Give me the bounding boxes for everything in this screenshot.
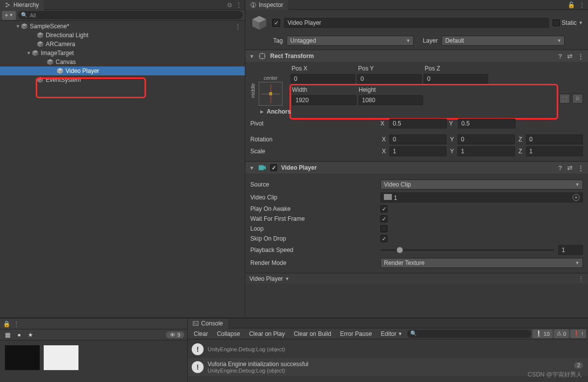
warn-count-badge[interactable]: ⚠0 <box>554 329 569 338</box>
hierarchy-icon <box>5 2 11 8</box>
video-player-bottom-tab[interactable]: Video Player ▼ ⋮ <box>245 273 588 284</box>
lock-icon[interactable]: 🔒 <box>3 320 10 327</box>
console-search-input[interactable]: 🔍 <box>407 330 531 338</box>
scene-row[interactable]: ▼ SampleScene* ⋮ <box>0 22 245 31</box>
inspector-tab[interactable]: Inspector <box>245 0 288 10</box>
tag-label: Tag <box>273 37 283 44</box>
pivot-x-input[interactable]: 0.5 <box>389 119 447 128</box>
error-pause-button[interactable]: Error Pause <box>336 329 376 338</box>
hierarchy-search-input[interactable]: 🔍 All <box>18 11 243 19</box>
static-dropdown-arrow[interactable]: ▼ <box>579 20 583 25</box>
scene-menu-icon[interactable]: ⋮ <box>234 22 242 30</box>
gameobject-name-input[interactable]: Video Player <box>284 18 549 28</box>
scale-x-input[interactable]: 1 <box>389 146 446 156</box>
help-icon[interactable]: ? <box>558 53 562 60</box>
rot-y-input[interactable]: 0 <box>457 134 514 144</box>
error-icon: ❗ <box>573 330 580 337</box>
context-menu-icon[interactable]: ⋮ <box>578 275 584 282</box>
scale-y-input[interactable]: 1 <box>457 146 514 156</box>
rot-x-input[interactable]: 0 <box>389 134 446 144</box>
tree-item-eventsystem[interactable]: EventSystem <box>0 75 245 84</box>
posy-input[interactable]: 0 <box>357 74 422 84</box>
render-mode-dropdown[interactable]: Render Texture▼ <box>380 258 583 268</box>
error-count-badge[interactable]: ❗! <box>570 329 586 338</box>
popout-icon[interactable]: ⧉ <box>227 1 232 8</box>
raw-edit-button[interactable]: R <box>572 94 583 104</box>
posx-input[interactable]: 0 <box>291 74 355 84</box>
context-menu-icon[interactable]: ⋮ <box>579 1 585 8</box>
svg-rect-27 <box>259 165 264 170</box>
scale-z-input[interactable]: 1 <box>526 146 583 156</box>
play-on-awake-checkbox[interactable]: ✓ <box>380 205 387 212</box>
gameobject-icon[interactable] <box>250 14 268 32</box>
rect-transform-icon <box>258 52 266 60</box>
asset-thumbnail[interactable] <box>5 345 40 370</box>
clear-on-play-button[interactable]: Clear on Play <box>245 329 289 338</box>
layer-dropdown[interactable]: Default▼ <box>441 36 565 46</box>
tree-item-directional-light[interactable]: Directional Light <box>0 31 245 40</box>
clear-on-build-button[interactable]: Clear on Build <box>290 329 335 338</box>
help-icon[interactable]: ? <box>558 164 562 172</box>
pivot-y-input[interactable]: 0.5 <box>458 119 515 128</box>
video-player-header[interactable]: ▼ ✓ Video Player ? ⇄ ⋮ <box>245 162 588 174</box>
hidden-count-badge[interactable]: 👁 9 <box>166 331 184 338</box>
inspector-icon <box>250 2 256 8</box>
blueprint-mode-button[interactable]: ⛶ <box>559 94 570 104</box>
video-clip-field[interactable]: 1 <box>380 192 583 202</box>
skip-on-drop-checkbox[interactable]: ✓ <box>380 235 387 242</box>
pivot-label: Pivot <box>250 120 378 127</box>
tree-item-canvas[interactable]: Canvas <box>0 58 245 66</box>
inspector-tab-label: Inspector <box>259 1 283 8</box>
skip-on-drop-label: Skip On Drop <box>250 235 378 242</box>
toolbar-button[interactable]: ▦ <box>3 330 12 339</box>
lock-icon[interactable]: 🔓 <box>568 1 575 8</box>
anchor-preset-button[interactable]: center <box>256 75 286 107</box>
playback-speed-slider[interactable] <box>380 249 554 251</box>
cube-icon <box>32 50 39 57</box>
rect-transform-header[interactable]: ▼ Rect Transform ? ⇄ ⋮ <box>245 50 588 62</box>
loop-checkbox[interactable] <box>380 225 387 232</box>
tree-item-imagetarget[interactable]: ▼ ImageTarget <box>0 49 245 58</box>
source-dropdown[interactable]: Video Clip▼ <box>380 180 583 190</box>
tree-item-arcamera[interactable]: ARCamera <box>0 40 245 49</box>
warning-icon: ⚠ <box>557 330 562 337</box>
hierarchy-tab[interactable]: Hierarchy <box>0 0 44 10</box>
console-tab[interactable]: Console <box>188 318 228 328</box>
static-checkbox[interactable] <box>553 19 560 26</box>
rotation-label: Rotation <box>250 136 378 143</box>
editor-dropdown[interactable]: Editor ▼ <box>377 329 406 338</box>
create-button[interactable]: + ▼ <box>2 11 16 20</box>
info-count-badge[interactable]: ❕10 <box>532 329 553 338</box>
play-on-awake-label: Play On Awake <box>250 205 378 212</box>
unity-icon <box>21 23 28 30</box>
context-menu-icon[interactable]: ⋮ <box>13 320 19 327</box>
preset-icon[interactable]: ⇄ <box>567 53 573 60</box>
height-input[interactable]: 1080 <box>359 95 423 105</box>
console-entry[interactable]: ! UnityEngine.Debug:Log (object) <box>188 340 588 358</box>
object-picker-icon[interactable] <box>573 194 580 201</box>
posz-input[interactable]: 0 <box>424 74 488 84</box>
toolbar-button[interactable]: ★ <box>26 330 35 339</box>
rot-z-input[interactable]: 0 <box>526 134 583 144</box>
tag-dropdown[interactable]: Untagged▼ <box>287 36 414 46</box>
asset-thumbnail[interactable] <box>44 345 78 370</box>
anchors-foldout[interactable]: Anchors <box>267 108 291 115</box>
preset-icon[interactable]: ⇄ <box>567 164 573 172</box>
component-menu-icon[interactable]: ⋮ <box>578 53 584 60</box>
playback-speed-input[interactable]: 1 <box>558 245 583 255</box>
toolbar-button[interactable]: ● <box>15 330 23 339</box>
collapse-button[interactable]: Collapse <box>213 329 244 338</box>
tree-item-video-player[interactable]: Video Player <box>0 66 245 75</box>
cube-icon <box>37 76 44 83</box>
wait-first-frame-checkbox[interactable]: ✓ <box>380 215 387 222</box>
video-player-enabled-checkbox[interactable]: ✓ <box>270 164 277 171</box>
cube-icon <box>37 41 44 48</box>
context-menu-icon[interactable]: ⋮ <box>236 1 242 8</box>
width-input[interactable]: 1920 <box>292 95 357 105</box>
wait-first-frame-label: Wait For First Frame <box>250 215 378 222</box>
gameobject-active-checkbox[interactable]: ✓ <box>272 19 280 27</box>
loop-label: Loop <box>250 225 378 232</box>
console-entry[interactable]: ! Vuforia Engine initialization successf… <box>188 358 588 376</box>
component-menu-icon[interactable]: ⋮ <box>578 164 584 172</box>
clear-button[interactable]: Clear <box>190 329 212 338</box>
